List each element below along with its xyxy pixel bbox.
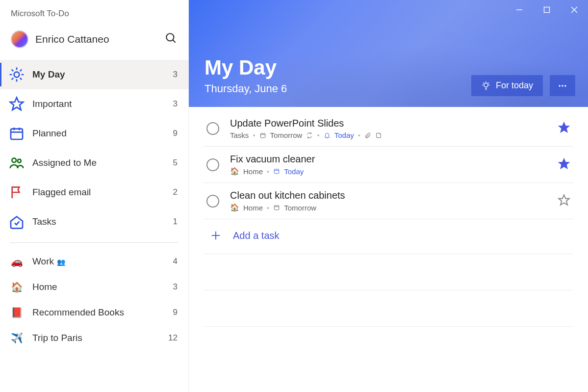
svg-point-32	[564, 85, 566, 86]
svg-rect-19	[544, 7, 550, 13]
svg-point-16	[12, 158, 16, 162]
svg-line-28	[483, 82, 484, 83]
svg-point-31	[562, 85, 563, 86]
list-emoji-icon: 🏠	[230, 203, 239, 212]
svg-rect-33	[260, 133, 265, 137]
task-due-label: Tomorrow	[270, 131, 303, 139]
svg-marker-42	[559, 195, 569, 205]
list-emoji-icon: 🏠	[230, 167, 239, 176]
header-actions: For today	[471, 75, 575, 96]
empty-rows	[204, 254, 573, 327]
calendar-mini-icon	[273, 168, 280, 175]
list-emoji-icon: 🚗	[9, 256, 25, 267]
add-task-button[interactable]: Add a task	[204, 219, 573, 254]
svg-rect-12	[11, 129, 23, 139]
sidebar-item-label: Work👥	[32, 256, 173, 267]
task-body: Clean out kitchen cabinets 🏠 Home • Tomo…	[230, 190, 558, 212]
window-minimize-button[interactable]	[506, 0, 533, 20]
sidebar-divider	[10, 242, 179, 243]
sidebar-list-paris[interactable]: ✈️ Trip to Paris 12	[0, 325, 188, 351]
task-row[interactable]: Clean out kitchen cabinets 🏠 Home • Tomo…	[204, 183, 573, 219]
ellipsis-icon	[558, 81, 567, 91]
svg-marker-36	[559, 122, 569, 132]
list-emoji-icon: 📕	[9, 307, 25, 318]
sidebar-item-count: 1	[173, 217, 178, 227]
meta-separator: •	[358, 131, 360, 139]
svg-point-30	[559, 85, 561, 86]
svg-point-17	[18, 159, 21, 163]
avatar	[11, 30, 28, 48]
svg-point-2	[14, 72, 20, 78]
empty-row	[204, 254, 573, 290]
sidebar-item-count: 12	[168, 333, 178, 343]
task-title: Fix vacuum cleaner	[230, 154, 558, 165]
sun-icon	[9, 67, 25, 82]
sidebar-item-label: Home	[32, 282, 173, 292]
meta-separator: •	[267, 167, 269, 176]
user-profile-row[interactable]: Enrico Cattaneo	[0, 24, 188, 58]
sidebar-item-tasks[interactable]: Tasks 1	[0, 207, 188, 236]
home-check-icon	[9, 214, 25, 230]
user-name: Enrico Cattaneo	[35, 33, 165, 45]
people-icon	[9, 155, 25, 171]
task-body: Fix vacuum cleaner 🏠 Home • Today	[230, 154, 558, 176]
sidebar-item-count: 5	[173, 158, 178, 168]
search-icon	[165, 32, 178, 45]
sidebar-item-myday[interactable]: My Day 3	[0, 60, 188, 89]
svg-rect-40	[275, 206, 279, 210]
recurring-icon	[306, 132, 313, 139]
task-complete-toggle[interactable]	[206, 158, 219, 171]
svg-marker-39	[559, 158, 569, 169]
task-star-toggle[interactable]	[558, 121, 570, 136]
svg-point-22	[484, 83, 488, 87]
list-emoji-icon: 🏠	[9, 281, 25, 293]
meta-separator: •	[267, 204, 269, 212]
sidebar-item-flagged[interactable]: Flagged email 2	[0, 178, 188, 207]
svg-line-8	[21, 78, 22, 79]
more-options-button[interactable]	[550, 75, 575, 96]
task-meta: 🏠 Home • Tomorrow	[230, 203, 558, 212]
svg-marker-11	[10, 98, 24, 110]
sidebar-item-count: 3	[173, 70, 178, 79]
task-row[interactable]: Fix vacuum cleaner 🏠 Home • Today	[204, 147, 573, 183]
search-button[interactable]	[165, 32, 178, 47]
window-maximize-button[interactable]	[533, 0, 561, 20]
sidebar-item-label: Trip to Paris	[32, 333, 168, 343]
window-close-button[interactable]	[561, 0, 588, 20]
task-star-toggle[interactable]	[558, 157, 570, 172]
sidebar: Microsoft To-Do Enrico Cattaneo My Day 3…	[0, 0, 189, 392]
sidebar-list-home[interactable]: 🏠 Home 3	[0, 274, 188, 300]
task-star-toggle[interactable]	[558, 194, 570, 209]
task-due-label: Today	[284, 167, 304, 176]
sidebar-item-label: Tasks	[32, 216, 173, 227]
sidebar-item-count: 3	[173, 99, 178, 109]
note-icon	[375, 132, 382, 139]
for-today-label: For today	[496, 80, 533, 91]
sidebar-item-count: 2	[173, 187, 178, 197]
sidebar-item-label: Planned	[32, 128, 173, 139]
task-meta: 🏠 Home • Today	[230, 167, 558, 176]
task-complete-toggle[interactable]	[206, 122, 219, 135]
list-emoji-icon: ✈️	[9, 332, 25, 344]
task-due-label: Tomorrow	[284, 204, 316, 212]
sidebar-item-assigned[interactable]: Assigned to Me 5	[0, 148, 188, 178]
svg-line-9	[12, 78, 13, 79]
window-controls	[506, 0, 588, 20]
for-today-button[interactable]: For today	[471, 75, 543, 96]
star-outline-icon	[558, 194, 570, 207]
task-complete-toggle[interactable]	[206, 195, 219, 208]
sidebar-item-important[interactable]: Important 3	[0, 89, 188, 119]
sidebar-item-label: Important	[32, 99, 173, 109]
user-lists: 🚗 Work👥 4 🏠 Home 3 📕 Recommended Books 9…	[0, 247, 188, 353]
task-row[interactable]: Update PowerPoint Slides Tasks • Tomorro…	[204, 111, 573, 147]
sidebar-list-work[interactable]: 🚗 Work👥 4	[0, 249, 188, 274]
attachment-icon	[364, 132, 371, 139]
sidebar-list-books[interactable]: 📕 Recommended Books 9	[0, 300, 188, 325]
sidebar-item-count: 4	[173, 257, 178, 266]
sidebar-item-planned[interactable]: Planned 9	[0, 119, 188, 148]
svg-point-0	[166, 33, 174, 41]
task-list-label: Home	[243, 167, 263, 176]
task-body: Update PowerPoint Slides Tasks • Tomorro…	[230, 118, 558, 139]
sidebar-item-label: My Day	[32, 69, 173, 80]
flag-icon	[9, 184, 25, 200]
